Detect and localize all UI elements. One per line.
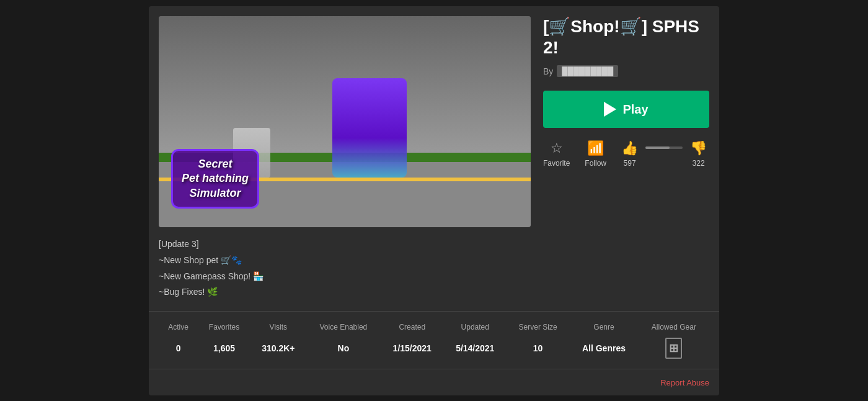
stat-value-active: 0	[159, 335, 198, 361]
vote-bar-fill	[645, 146, 670, 149]
stat-value-updated: 5/14/2021	[444, 335, 507, 361]
page-background: Secret Pet hatching Simulator [🛒Shop!🛒] …	[0, 6, 868, 401]
stat-value-favorites: 1,605	[198, 335, 250, 361]
stat-header-updated: Updated	[444, 319, 507, 335]
stats-table: Active Favorites Visits Voice Enabled Cr…	[159, 319, 709, 361]
stat-header-voice: Voice Enabled	[306, 319, 381, 335]
action-buttons-row: ☆ Favorite 📶 Follow 👍 597	[543, 140, 709, 168]
character-main	[332, 78, 407, 178]
stat-value-genre: All Genres	[569, 335, 639, 361]
main-content-card: Secret Pet hatching Simulator [🛒Shop!🛒] …	[149, 6, 719, 395]
game-info-panel: [🛒Shop!🛒] SPHS 2! By █████████ Play ☆ Fa…	[543, 16, 709, 227]
allowed-gear-icon: ⊞	[665, 338, 682, 359]
desc-line-4: ~Bug Fixes! 🌿	[159, 285, 709, 300]
play-button[interactable]: Play	[543, 91, 709, 128]
stat-value-allowed-gear: ⊞	[639, 335, 709, 361]
stat-header-visits: Visits	[250, 319, 306, 335]
star-icon: ☆	[551, 140, 563, 156]
stat-header-server-size: Server Size	[507, 319, 569, 335]
description-section: [Update 3] ~New Shop pet 🛒🐾 ~New Gamepas…	[149, 237, 719, 311]
stat-value-voice: No	[306, 335, 381, 361]
desc-line-3: ~New Gamepass Shop! 🏪	[159, 269, 709, 284]
stat-value-created: 1/15/2021	[381, 335, 444, 361]
thumbs-down-icon: 👎	[690, 140, 707, 156]
stat-header-genre: Genre	[569, 319, 639, 335]
stats-value-row: 0 1,605 310.2K+ No 1/15/2021 5/14/2021 1…	[159, 335, 709, 361]
follow-icon: 📶	[587, 140, 604, 156]
game-thumbnail: Secret Pet hatching Simulator	[159, 16, 531, 227]
stat-header-favorites: Favorites	[198, 319, 250, 335]
vote-group: 👍 597 👎 322	[621, 140, 707, 168]
report-abuse-link[interactable]: Report Abuse	[660, 378, 709, 387]
follow-button[interactable]: 📶 Follow	[585, 140, 606, 168]
stats-header-row: Active Favorites Visits Voice Enabled Cr…	[159, 319, 709, 335]
desc-line-2: ~New Shop pet 🛒🐾	[159, 253, 709, 268]
thumbs-up-icon: 👍	[621, 140, 638, 156]
thumbnail-text: Secret Pet hatching Simulator	[182, 157, 249, 200]
stat-value-server-size: 10	[507, 335, 569, 361]
dislike-button[interactable]: 👎 322	[690, 140, 707, 168]
stats-section: Active Favorites Visits Voice Enabled Cr…	[149, 311, 719, 369]
like-button[interactable]: 👍 597	[621, 140, 638, 168]
game-by: By █████████	[543, 65, 709, 77]
author-name: █████████	[557, 65, 618, 77]
stat-header-active: Active	[159, 319, 198, 335]
favorite-button[interactable]: ☆ Favorite	[543, 140, 570, 168]
stat-header-allowed-gear: Allowed Gear	[639, 319, 709, 335]
vote-bar	[645, 146, 683, 149]
stat-value-visits: 310.2K+	[250, 335, 306, 361]
game-section: Secret Pet hatching Simulator [🛒Shop!🛒] …	[149, 6, 719, 237]
stat-header-created: Created	[381, 319, 444, 335]
desc-line-1: [Update 3]	[159, 237, 709, 252]
play-icon	[604, 102, 616, 117]
report-section: Report Abuse	[149, 369, 719, 395]
game-title: [🛒Shop!🛒] SPHS 2!	[543, 16, 709, 58]
thumbnail-text-overlay: Secret Pet hatching Simulator	[171, 149, 259, 209]
